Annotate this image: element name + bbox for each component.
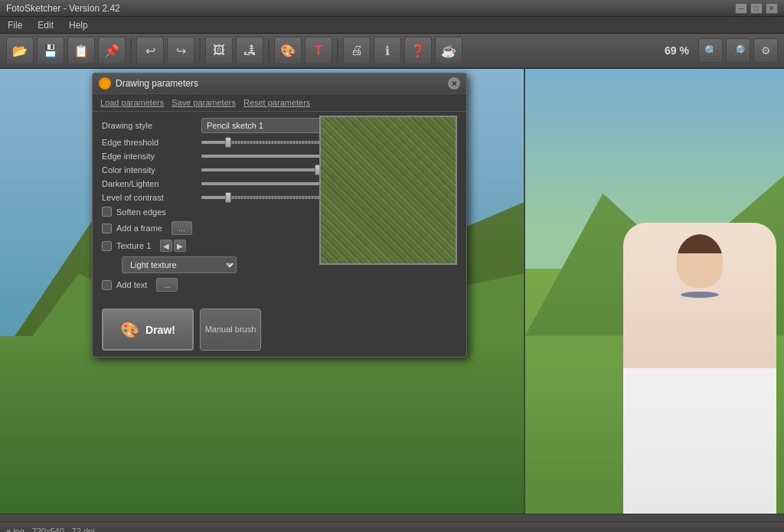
open-button[interactable]: 📂 xyxy=(6,37,34,64)
help-button[interactable]: ❓ xyxy=(404,37,432,64)
drawing-style-label: Drawing style xyxy=(102,121,201,130)
texture-nav-arrows: ◀ ▶ xyxy=(160,240,186,252)
add-frame-label: Add a frame xyxy=(116,224,162,233)
copy-button[interactable]: 📋 xyxy=(67,37,95,64)
soften-edges-checkbox[interactable] xyxy=(102,207,112,217)
settings-button[interactable]: ⚙ xyxy=(753,38,778,63)
texture-preview xyxy=(319,116,457,265)
dialog-footer: 🎨 Draw! Manual brush xyxy=(93,302,466,357)
window-controls: ─ □ ✕ xyxy=(735,3,778,14)
canvas-area: Drawing parameters ✕ Load parameters Sav… xyxy=(0,69,524,514)
person-head xyxy=(677,234,723,288)
level-contrast-fill xyxy=(201,196,228,199)
dialog-titlebar: Drawing parameters ✕ xyxy=(93,73,466,94)
image2-button[interactable]: 🏞 xyxy=(236,37,263,64)
darken-lighten-label: Darken/Lighten xyxy=(102,179,201,188)
frame-dots-button[interactable]: ... xyxy=(172,221,192,235)
drawing-parameters-dialog: Drawing parameters ✕ Load parameters Sav… xyxy=(92,73,467,357)
right-panel xyxy=(524,69,784,514)
color-intensity-label: Color intensity xyxy=(102,165,201,175)
image1-button[interactable]: 🖼 xyxy=(205,37,233,64)
text-button[interactable]: T xyxy=(305,37,332,64)
status-text: a.jpg - 720x540 - 72 dpi xyxy=(6,527,95,533)
reset-parameters-link[interactable]: Reset parameters xyxy=(243,98,310,107)
dialog-icon xyxy=(99,77,111,90)
add-text-checkbox[interactable] xyxy=(102,280,112,290)
color-intensity-fill xyxy=(201,168,318,171)
texture1-label: Texture 1 xyxy=(116,241,151,250)
separator-1 xyxy=(130,39,132,62)
zoom-display: 69 % xyxy=(665,44,689,57)
redo-button[interactable]: ↪ xyxy=(167,37,194,64)
texture-dropdown-wrapper: Light texture Medium texture Heavy textu… xyxy=(122,256,237,273)
texture-next-button[interactable]: ▶ xyxy=(174,240,186,252)
tree-area xyxy=(0,336,524,514)
edge-threshold-thumb[interactable] xyxy=(225,137,231,148)
horizontal-scrollbar[interactable] xyxy=(0,514,784,521)
text-dots-button[interactable]: ... xyxy=(156,278,177,292)
minimize-button[interactable]: ─ xyxy=(735,3,747,14)
manual-brush-button[interactable]: Manual brush xyxy=(200,308,261,351)
menu-help[interactable]: Help xyxy=(66,18,91,32)
edge-intensity-label: Edge intensity xyxy=(102,152,201,161)
info-button[interactable]: ℹ xyxy=(374,37,401,64)
extra-button[interactable]: ☕ xyxy=(435,37,462,64)
load-parameters-link[interactable]: Load parameters xyxy=(100,98,164,107)
level-contrast-thumb[interactable] xyxy=(225,192,231,203)
dialog-title: Drawing parameters xyxy=(116,78,448,89)
title-bar: FotoSketcher - Version 2.42 ─ □ ✕ xyxy=(0,0,784,17)
person-necklace xyxy=(681,292,719,298)
dialog-close-button[interactable]: ✕ xyxy=(448,77,460,90)
person-hair xyxy=(677,234,723,253)
soften-edges-label: Soften edges xyxy=(116,207,166,217)
menu-edit[interactable]: Edit xyxy=(34,18,57,32)
separator-2 xyxy=(199,39,201,62)
app-title: FotoSketcher - Version 2.42 xyxy=(6,3,120,14)
undo-button[interactable]: ↩ xyxy=(136,37,164,64)
add-frame-checkbox[interactable] xyxy=(102,224,112,233)
texture-prev-button[interactable]: ◀ xyxy=(160,240,172,252)
save-button[interactable]: 💾 xyxy=(37,37,64,64)
level-contrast-label: Level of contrast xyxy=(102,193,201,202)
draw-button[interactable]: 🎨 Draw! xyxy=(102,308,194,351)
draw-icon: 🎨 xyxy=(120,321,139,339)
texture1-checkbox[interactable] xyxy=(102,241,112,251)
draw-label: Draw! xyxy=(145,324,175,336)
preview-image xyxy=(321,117,456,263)
add-text-label: Add text xyxy=(116,280,147,289)
close-button[interactable]: ✕ xyxy=(766,3,778,14)
edge-threshold-fill xyxy=(201,141,228,144)
print-button[interactable]: 🖨 xyxy=(343,37,371,64)
zoom-in-button[interactable]: 🔍 xyxy=(698,38,723,63)
save-parameters-link[interactable]: Save parameters xyxy=(172,98,236,107)
separator-4 xyxy=(337,39,338,62)
status-bar: a.jpg - 720x540 - 72 dpi xyxy=(0,521,784,532)
manual-brush-label: Manual brush xyxy=(205,324,256,335)
paste-button[interactable]: 📌 xyxy=(98,37,126,64)
zoom-out-button[interactable]: 🔎 xyxy=(726,38,750,63)
texture-select-wrapper: Light texture Medium texture Heavy textu… xyxy=(122,256,237,273)
dialog-actions: Load parameters Save parameters Reset pa… xyxy=(93,94,466,112)
maximize-button[interactable]: □ xyxy=(750,3,763,14)
add-text-row: Add text ... xyxy=(102,278,457,292)
main-area: Drawing parameters ✕ Load parameters Sav… xyxy=(0,69,784,514)
texture-dropdown[interactable]: Light texture Medium texture Heavy textu… xyxy=(122,256,237,273)
menu-bar: File Edit Help xyxy=(0,17,784,34)
person-silhouette xyxy=(623,223,776,514)
separator-3 xyxy=(268,39,270,62)
palette-button[interactable]: 🎨 xyxy=(274,37,302,64)
edge-threshold-label: Edge threshold xyxy=(102,138,201,147)
toolbar: 📂 💾 📋 📌 ↩ ↪ 🖼 🏞 🎨 T 🖨 ℹ ❓ ☕ 69 % 🔍 🔎 ⚙ xyxy=(0,34,784,69)
menu-file[interactable]: File xyxy=(5,18,25,32)
dialog-body: Drawing style Pencil sketch 1 Pencil ske… xyxy=(93,112,466,302)
